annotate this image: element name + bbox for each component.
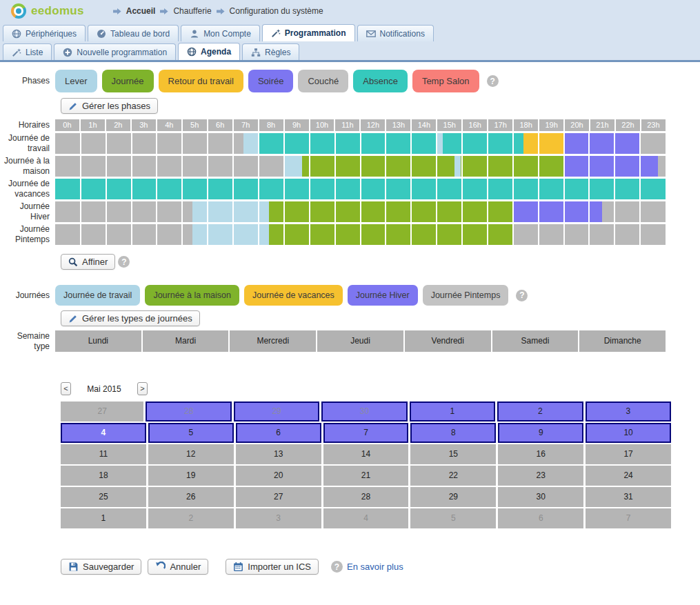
schedule-bar-journee-de-travail[interactable]	[55, 133, 666, 154]
phase-pill-journee-pintemps[interactable]: Journée Pintemps	[423, 285, 509, 306]
calendar-day-cell[interactable]: 20	[236, 466, 321, 486]
calendar-day-cell[interactable]: 30	[321, 401, 407, 421]
phase-pill-journee-de-travail[interactable]: Journée de travail	[55, 285, 140, 306]
help-icon[interactable]: ?	[331, 561, 343, 573]
manage-phases-button[interactable]: Gérer les phases	[61, 98, 158, 114]
tab-notifications[interactable]: Notifications	[357, 25, 434, 41]
schedule-segment-teal[interactable]	[443, 133, 523, 154]
calendar-day-cell[interactable]: 4	[323, 508, 409, 528]
cancel-button[interactable]: Annuler	[148, 559, 208, 575]
phase-pill-journee-de-vacances[interactable]: Journée de vacances	[244, 285, 343, 306]
schedule-segment-green[interactable]	[269, 201, 513, 222]
calendar-day-cell[interactable]: 15	[410, 444, 496, 464]
calendar-day-cell[interactable]: 16	[498, 444, 583, 464]
calendar-day-cell[interactable]: 26	[148, 487, 234, 507]
schedule-segment-lightblue[interactable]	[243, 133, 259, 154]
schedule-segment-lightblue[interactable]	[284, 156, 302, 177]
calendar-day-cell[interactable]: 1	[410, 401, 495, 421]
phase-pill-retour-du-travail[interactable]: Retour du travail	[159, 70, 243, 92]
calendar-day-cell[interactable]: 3	[586, 401, 671, 421]
schedule-segment-green[interactable]	[302, 156, 454, 177]
breadcrumb-item-accueil[interactable]: Accueil	[126, 6, 156, 16]
tab-agenda[interactable]: Agenda	[178, 43, 240, 60]
refine-button[interactable]: Affiner	[61, 254, 115, 270]
calendar-day-cell[interactable]: 11	[61, 444, 146, 464]
calendar-day-cell[interactable]: 30	[498, 487, 583, 507]
calendar-day-cell[interactable]: 5	[148, 423, 234, 443]
calendar-day-cell[interactable]: 4	[61, 423, 146, 443]
week-day-dimanche[interactable]: Dimanche	[579, 330, 666, 352]
schedule-bar-journee-pintemps[interactable]	[55, 224, 666, 245]
schedule-segment-gray[interactable]	[658, 156, 666, 177]
calendar-day-cell[interactable]: 24	[586, 466, 671, 486]
week-day-jeudi[interactable]: Jeudi	[317, 330, 403, 352]
help-icon[interactable]: ?	[487, 75, 499, 87]
calendar-day-cell[interactable]: 18	[61, 466, 146, 486]
schedule-segment-gray[interactable]	[55, 224, 192, 245]
help-icon[interactable]: ?	[118, 256, 130, 268]
tab-peripheriques[interactable]: Périphériques	[3, 25, 86, 41]
phase-pill-soiree[interactable]: Soirée	[248, 70, 294, 92]
calendar-day-cell[interactable]: 7	[323, 423, 409, 443]
phase-pill-temp-salon[interactable]: Temp Salon	[412, 70, 479, 92]
calendar-day-cell[interactable]: 27	[236, 487, 321, 507]
calendar-day-cell[interactable]: 8	[410, 423, 496, 443]
calendar-day-cell[interactable]: 10	[586, 423, 671, 443]
schedule-segment-gray[interactable]	[55, 156, 284, 177]
save-button[interactable]: Sauvegarder	[61, 559, 141, 575]
calendar-next-button[interactable]: >	[137, 382, 148, 395]
calendar-day-cell[interactable]: 5	[410, 508, 496, 528]
schedule-segment-yellow[interactable]	[523, 133, 564, 154]
schedule-segment-lightblue[interactable]	[437, 133, 443, 154]
breadcrumb-item-chaufferie[interactable]: Chaufferie	[173, 6, 211, 16]
eedomus-logo[interactable]: eedomus	[11, 3, 84, 19]
calendar-prev-button[interactable]: <	[61, 382, 71, 395]
phase-pill-journee-a-la-maison[interactable]: Journée à la maison	[145, 285, 239, 306]
schedule-segment-gray[interactable]	[55, 133, 243, 154]
calendar-day-cell[interactable]: 21	[323, 466, 409, 486]
schedule-segment-gray[interactable]	[640, 133, 666, 154]
week-day-mercredi[interactable]: Mercredi	[230, 330, 316, 352]
phase-pill-journee[interactable]: Journée	[102, 70, 154, 92]
calendar-day-cell[interactable]: 25	[61, 487, 146, 507]
calendar-day-cell[interactable]: 13	[236, 444, 321, 464]
calendar-day-cell[interactable]: 23	[498, 466, 583, 486]
calendar-day-cell[interactable]: 14	[323, 444, 409, 464]
calendar-day-cell[interactable]: 28	[323, 487, 409, 507]
calendar-day-cell[interactable]: 31	[586, 487, 671, 507]
help-icon[interactable]: ?	[516, 290, 528, 301]
calendar-day-cell[interactable]: 2	[497, 401, 583, 421]
calendar-day-cell[interactable]: 22	[410, 466, 496, 486]
calendar-day-cell[interactable]: 29	[410, 487, 496, 507]
phase-pill-journee-hiver[interactable]: Journée Hiver	[348, 285, 418, 306]
tab-regles[interactable]: Règles	[242, 43, 299, 60]
calendar-day-cell[interactable]: 6	[236, 423, 321, 443]
week-day-samedi[interactable]: Samedi	[492, 330, 579, 352]
tab-tableau-de-bord[interactable]: Tableau de bord	[88, 25, 179, 41]
schedule-segment-purple[interactable]	[564, 133, 641, 154]
schedule-bar-journee-de-vacances[interactable]	[55, 179, 666, 199]
calendar-day-cell[interactable]: 17	[586, 444, 671, 464]
breadcrumb-item-configuration-du-systeme[interactable]: Configuration du système	[230, 6, 323, 16]
schedule-segment-green[interactable]	[269, 224, 513, 245]
calendar-day-cell[interactable]: 3	[236, 508, 321, 528]
calendar-day-cell[interactable]: 12	[148, 444, 234, 464]
tab-programmation[interactable]: Programmation	[262, 24, 355, 41]
calendar-day-cell[interactable]: 7	[586, 508, 671, 528]
calendar-day-cell[interactable]: 19	[148, 466, 234, 486]
phase-pill-lever[interactable]: Lever	[55, 70, 97, 92]
schedule-bar-journee-hiver[interactable]	[55, 201, 666, 222]
import-ics-button[interactable]: Importer un ICS	[226, 559, 319, 575]
manage-day-types-button[interactable]: Gérer les types de journées	[61, 310, 200, 326]
tab-liste[interactable]: Liste	[3, 43, 52, 60]
week-day-vendredi[interactable]: Vendredi	[405, 330, 491, 352]
calendar-day-cell[interactable]: 29	[234, 401, 319, 421]
schedule-segment-lightblue[interactable]	[454, 156, 461, 177]
schedule-segment-gray[interactable]	[55, 201, 192, 222]
week-day-mardi[interactable]: Mardi	[143, 330, 229, 352]
schedule-bar-journee-a-la-maison[interactable]	[55, 156, 666, 177]
calendar-day-cell[interactable]: 27	[61, 401, 143, 421]
calendar-day-cell[interactable]: 2	[148, 508, 234, 528]
calendar-day-cell[interactable]: 1	[61, 508, 146, 528]
learn-more-link[interactable]: En savoir plus	[347, 562, 403, 572]
